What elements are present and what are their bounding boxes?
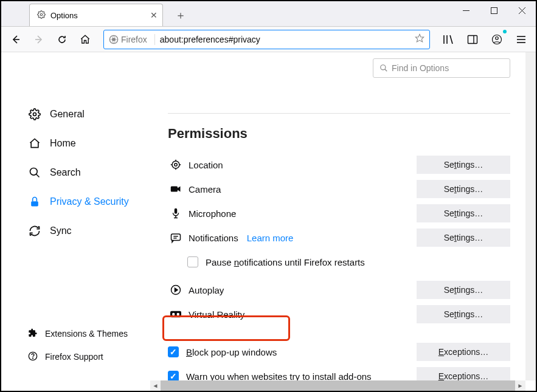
minimize-button[interactable]	[452, 1, 480, 19]
notifications-icon	[168, 233, 184, 242]
home-button[interactable]	[77, 31, 94, 48]
warn-install-checkbox[interactable]	[168, 371, 179, 380]
extensions-link[interactable]: Extensions & Themes	[28, 322, 128, 345]
lock-icon	[28, 196, 41, 208]
learn-more-link[interactable]: Learn more	[247, 233, 294, 243]
identity-box[interactable]: Firefox	[109, 35, 147, 44]
perm-row-notifications: Notifications Learn more Settings…	[168, 225, 510, 250]
bookmark-star-icon[interactable]	[415, 33, 424, 46]
perm-label: Microphone	[189, 208, 236, 219]
url-bar[interactable]: Firefox	[103, 30, 430, 49]
sidebar-label: Sync	[50, 225, 72, 236]
toolbar: Firefox	[1, 27, 536, 52]
svg-rect-2	[491, 7, 497, 13]
pause-notifications-row: Pause notifications until Firefox restar…	[187, 250, 510, 274]
perm-row-vr: Virtual Reality Settings…	[168, 302, 510, 326]
scroll-left-arrow[interactable]: ◄	[150, 380, 161, 391]
sidebar-item-home[interactable]: Home	[28, 129, 153, 158]
pause-notifications-checkbox[interactable]	[187, 256, 198, 267]
settings-button-camera[interactable]: Settings…	[417, 180, 510, 198]
svg-line-12	[450, 35, 452, 44]
svg-marker-42	[175, 288, 178, 292]
svg-rect-13	[468, 35, 477, 43]
settings-button-vr[interactable]: Settings…	[417, 305, 510, 323]
microphone-icon	[168, 208, 184, 219]
search-icon	[379, 64, 388, 72]
block-popups-checkbox[interactable]	[168, 346, 179, 357]
svg-point-45	[177, 313, 180, 316]
link-label: Extensions & Themes	[45, 329, 128, 339]
autoplay-icon	[168, 284, 184, 295]
browser-tab[interactable]: Options ✕	[29, 4, 163, 26]
close-tab-icon[interactable]: ✕	[150, 10, 158, 20]
content: General Home Search Privacy & Security S…	[1, 52, 536, 380]
location-icon	[168, 159, 184, 170]
sidebar-item-sync[interactable]: Sync	[28, 216, 153, 246]
maximize-button[interactable]	[480, 1, 508, 19]
scroll-right-arrow[interactable]: ►	[515, 380, 525, 391]
perm-row-camera: Camera Settings…	[168, 177, 510, 201]
pause-label: Pause notifications until Firefox restar…	[206, 257, 365, 267]
svg-line-27	[385, 69, 387, 72]
perm-label: Autoplay	[189, 285, 224, 295]
gear-icon	[28, 108, 41, 120]
svg-point-44	[172, 313, 175, 316]
close-window-button[interactable]	[508, 1, 536, 19]
perm-label: Location	[189, 160, 223, 170]
section-heading: Permissions	[168, 126, 510, 142]
svg-marker-9	[415, 34, 423, 42]
block-popups-label: Block pop-up windows	[186, 347, 277, 357]
svg-rect-38	[171, 234, 181, 241]
sidebars-button[interactable]	[464, 31, 481, 48]
perm-row-location: Location Settings…	[168, 153, 510, 177]
warn-install-row: Warn you when websites try to install ad…	[168, 364, 510, 380]
vertical-scrollbar-thumb[interactable]	[525, 235, 536, 308]
perm-label: Notifications	[189, 233, 238, 243]
search-icon	[28, 167, 41, 179]
exceptions-button-install[interactable]: Exceptions…	[417, 367, 510, 380]
forward-button[interactable]	[30, 31, 47, 48]
preferences-main: Find in Options Permissions Location Set…	[153, 52, 536, 380]
exceptions-button-popups[interactable]: Exceptions…	[417, 343, 510, 361]
settings-button-microphone[interactable]: Settings…	[417, 204, 510, 222]
gear-icon	[37, 10, 46, 21]
library-button[interactable]	[440, 31, 457, 48]
block-popups-row: Block pop-up windows Exceptions…	[168, 340, 510, 364]
svg-rect-43	[170, 311, 181, 318]
new-tab-button[interactable]: ＋	[172, 7, 189, 24]
perm-label: Camera	[189, 184, 221, 194]
url-input[interactable]	[160, 35, 415, 44]
settings-button-location[interactable]: Settings…	[417, 156, 510, 174]
perm-label: Virtual Reality	[189, 309, 244, 320]
support-link[interactable]: Firefox Support	[28, 345, 128, 368]
perm-row-autoplay: Autoplay Settings…	[168, 278, 510, 302]
settings-button-notifications[interactable]: Settings…	[417, 229, 510, 247]
sidebar-label: General	[50, 109, 85, 120]
sidebar-item-search[interactable]: Search	[28, 158, 153, 187]
find-in-options[interactable]: Find in Options	[373, 58, 510, 78]
svg-rect-35	[175, 208, 178, 214]
svg-line-22	[36, 174, 40, 177]
tab-title: Options	[50, 11, 150, 20]
identity-text: Firefox	[121, 35, 147, 44]
sync-icon	[28, 225, 41, 237]
settings-button-autoplay[interactable]: Settings…	[417, 281, 510, 299]
titlebar: Options ✕ ＋	[1, 1, 536, 27]
horizontal-scrollbar[interactable]: ◄ ►	[150, 380, 525, 391]
back-button[interactable]	[7, 31, 24, 48]
sidebar-item-general[interactable]: General	[28, 100, 153, 129]
menu-button[interactable]	[513, 31, 530, 48]
svg-point-26	[381, 65, 386, 70]
horizontal-scrollbar-thumb[interactable]	[161, 380, 515, 391]
find-placeholder: Find in Options	[392, 63, 449, 73]
help-icon	[28, 351, 38, 363]
svg-point-25	[32, 357, 33, 358]
perm-row-microphone: Microphone Settings…	[168, 201, 510, 225]
profile-button[interactable]	[488, 31, 505, 48]
sidebar-label: Home	[50, 138, 76, 149]
svg-point-16	[496, 36, 499, 40]
svg-rect-34	[171, 187, 178, 192]
sidebar-item-privacy[interactable]: Privacy & Security	[28, 187, 153, 216]
warn-install-label: Warn you when websites try to install ad…	[186, 371, 372, 381]
reload-button[interactable]	[54, 31, 71, 48]
